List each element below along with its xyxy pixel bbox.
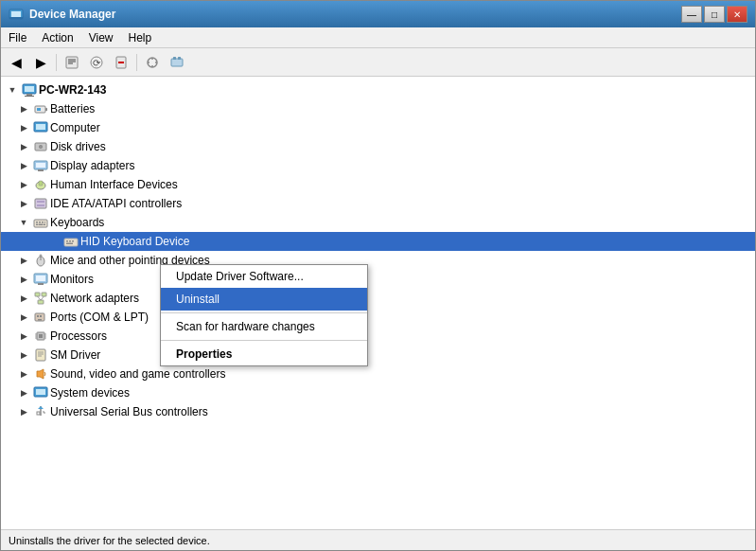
menu-bar: File Action View Help <box>1 27 755 48</box>
tree-item-network[interactable]: ▶ Network adapters <box>1 289 755 308</box>
svg-rect-47 <box>66 243 73 245</box>
keyboards-icon <box>33 215 48 230</box>
svg-rect-53 <box>38 283 44 285</box>
usb-label: Universal Serial Bus controllers <box>50 405 208 418</box>
svg-rect-28 <box>36 163 45 168</box>
tree-item-hid[interactable]: ▶ Human Interface Devices <box>1 175 755 194</box>
processors-icon <box>33 329 48 344</box>
context-menu: Update Driver Software... Uninstall Scan… <box>160 264 368 366</box>
svg-rect-60 <box>37 315 39 317</box>
back-button[interactable]: ◀ <box>5 52 27 73</box>
svg-rect-20 <box>45 108 47 111</box>
tree-item-sm-driver[interactable]: ▶ SM Driver <box>1 346 755 364</box>
svg-rect-52 <box>36 276 45 281</box>
forward-button[interactable]: ▶ <box>29 52 52 73</box>
window-icon <box>9 7 24 22</box>
tree-item-batteries[interactable]: ▶ Batteries <box>1 99 755 118</box>
tree-item-monitors[interactable]: ▶ Monitors <box>1 270 755 289</box>
keyboards-label: Keyboards <box>50 216 104 229</box>
svg-rect-64 <box>39 334 43 338</box>
tree-item-ide[interactable]: ▶ IDE ATA/ATAPI controllers <box>1 194 755 213</box>
svg-line-57 <box>38 296 42 300</box>
svg-rect-13 <box>173 57 176 60</box>
svg-rect-18 <box>25 96 34 97</box>
tree-root[interactable]: ▼ PC-WR2-143 <box>1 80 755 99</box>
hid-keyboard-label: HID Keyboard Device <box>80 235 189 248</box>
context-menu-scan-hardware[interactable]: Scan for hardware changes <box>161 315 367 338</box>
toolbar-separator-1 <box>56 54 57 71</box>
svg-rect-29 <box>38 169 44 171</box>
tree-item-sound[interactable]: ▶ Sound, video and game controllers <box>1 364 755 383</box>
tree-item-disk-drives[interactable]: ▶ Disk drives <box>1 137 755 156</box>
processors-label: Processors <box>50 329 107 343</box>
svg-rect-36 <box>36 222 38 223</box>
scan-hardware-button[interactable] <box>141 52 164 73</box>
svg-rect-46 <box>72 240 74 242</box>
tree-item-computer[interactable]: ▶ Computer <box>1 118 755 137</box>
svg-rect-54 <box>35 293 40 296</box>
ide-label: IDE ATA/ATAPI controllers <box>50 197 182 210</box>
svg-rect-41 <box>39 224 44 226</box>
expand-icon-sound: ▶ <box>16 366 31 382</box>
display-adapters-label: Display adapters <box>50 159 134 172</box>
close-button[interactable]: ✕ <box>727 6 747 23</box>
tree-item-system-devices[interactable]: ▶ System devices <box>1 383 755 402</box>
batteries-label: Batteries <box>50 102 95 116</box>
network-icon <box>33 291 48 306</box>
maximize-button[interactable]: □ <box>704 6 725 23</box>
system-devices-label: System devices <box>50 386 130 400</box>
svg-rect-45 <box>69 240 71 242</box>
svg-rect-62 <box>38 319 42 321</box>
tree-item-ports[interactable]: ▶ Ports (COM & LPT) <box>1 308 755 327</box>
expand-icon-monitors: ▶ <box>16 272 31 287</box>
properties-button[interactable] <box>61 52 83 73</box>
svg-rect-40 <box>36 224 38 226</box>
tree-item-usb[interactable]: ▶ Universal Serial Bus controllers <box>1 402 755 421</box>
expand-icon-batteries: ▶ <box>16 101 31 116</box>
context-menu-properties[interactable]: Properties <box>161 343 367 365</box>
svg-rect-14 <box>178 57 181 60</box>
minimize-button[interactable]: — <box>681 6 702 23</box>
expand-icon-hid: ▶ <box>16 177 31 192</box>
expand-icon-usb: ▶ <box>16 404 31 419</box>
expand-icon-hid-keyboard <box>46 234 62 249</box>
tree-item-processors[interactable]: ▶ Processors <box>1 327 755 346</box>
svg-rect-37 <box>39 222 41 223</box>
svg-marker-79 <box>38 406 44 409</box>
main-area: ▼ PC-WR2-143 ▶ <box>1 77 755 529</box>
sound-icon <box>33 366 48 382</box>
svg-point-50 <box>40 255 42 257</box>
expand-icon-disk: ▶ <box>16 139 31 154</box>
tree-item-mice[interactable]: ▶ Mice and other pointing devices <box>1 251 755 270</box>
computer-icon <box>22 82 37 98</box>
update-driver-button[interactable]: ⟳ <box>85 52 108 73</box>
context-menu-update-driver[interactable]: Update Driver Software... <box>161 265 367 288</box>
menu-help[interactable]: Help <box>121 27 160 47</box>
usb-icon <box>33 404 48 419</box>
menu-view[interactable]: View <box>81 27 121 47</box>
svg-marker-75 <box>37 369 44 379</box>
tree-item-hid-keyboard[interactable]: HID Keyboard Device <box>1 232 755 251</box>
svg-rect-35 <box>34 220 47 227</box>
svg-text:⟳: ⟳ <box>93 58 101 68</box>
sm-driver-icon <box>33 347 48 363</box>
expand-icon-network: ▶ <box>16 291 31 306</box>
hid-keyboard-icon <box>63 234 79 249</box>
expand-icon-keyboards: ▼ <box>16 215 31 230</box>
uninstall-button[interactable] <box>110 52 132 73</box>
display-adapters-icon <box>33 158 48 173</box>
tree-item-display-adapters[interactable]: ▶ Display adapters <box>1 156 755 175</box>
menu-file[interactable]: File <box>1 27 34 47</box>
context-menu-uninstall[interactable]: Uninstall <box>161 288 367 311</box>
svg-point-26 <box>41 147 42 148</box>
svg-rect-43 <box>64 239 78 246</box>
svg-rect-33 <box>37 201 44 203</box>
tree-area[interactable]: ▼ PC-WR2-143 ▶ <box>1 77 755 529</box>
device-manager-properties-button[interactable] <box>166 52 188 73</box>
tree-item-keyboards[interactable]: ▼ Keyboards <box>1 213 755 232</box>
svg-rect-17 <box>26 94 32 96</box>
ide-icon <box>33 196 48 211</box>
menu-action[interactable]: Action <box>34 27 80 47</box>
expand-icon-ide: ▶ <box>16 196 31 211</box>
window-title: Device Manager <box>29 8 115 21</box>
